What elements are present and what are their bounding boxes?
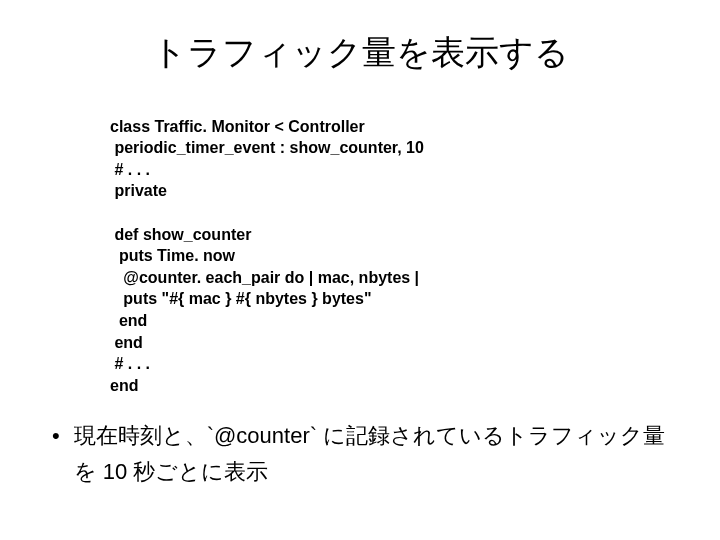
code-line: end bbox=[110, 312, 147, 329]
slide: トラフィック量を表示する class Traffic. Monitor < Co… bbox=[0, 0, 720, 509]
bullet-list: • 現在時刻と、`@counter` に記録されているトラフィック量を 10 秒… bbox=[48, 418, 680, 488]
bullet-dot-icon: • bbox=[52, 418, 60, 453]
code-line: end bbox=[110, 334, 143, 351]
code-line: # . . . bbox=[110, 161, 150, 178]
bullet-text: 現在時刻と、`@counter` に記録されているトラフィック量を 10 秒ごと… bbox=[74, 418, 680, 488]
code-line: private bbox=[110, 182, 167, 199]
code-line: puts Time. now bbox=[110, 247, 235, 264]
code-line: puts "#{ mac } #{ nbytes } bytes" bbox=[110, 290, 372, 307]
slide-title: トラフィック量を表示する bbox=[40, 30, 680, 76]
code-line: def show_counter bbox=[110, 226, 251, 243]
code-line: periodic_timer_event : show_counter, 10 bbox=[110, 139, 424, 156]
code-line: # . . . bbox=[110, 355, 150, 372]
bullet-item: • 現在時刻と、`@counter` に記録されているトラフィック量を 10 秒… bbox=[48, 418, 680, 488]
code-line: class Traffic. Monitor < Controller bbox=[110, 118, 365, 135]
code-line: @counter. each_pair do | mac, nbytes | bbox=[110, 269, 419, 286]
code-line: end bbox=[110, 377, 138, 394]
code-block: class Traffic. Monitor < Controller peri… bbox=[110, 94, 680, 396]
